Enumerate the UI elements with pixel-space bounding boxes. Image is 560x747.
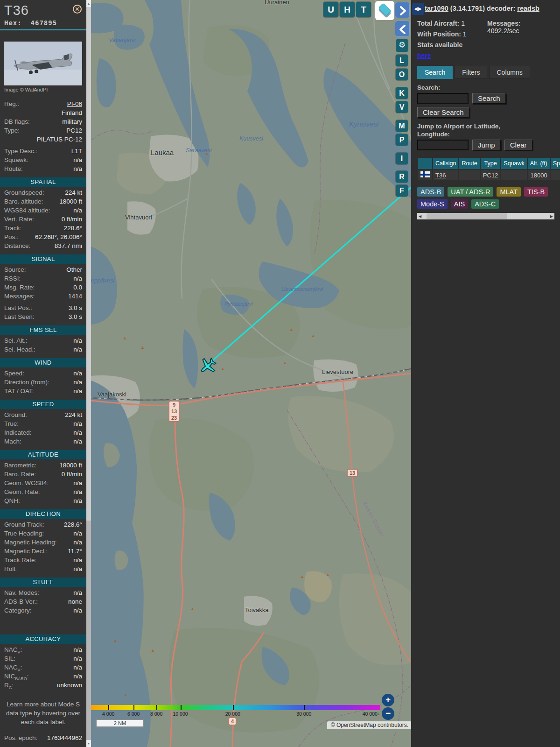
panel-collapse-button[interactable]: ◀▶: [412, 3, 424, 15]
layer-switcher-button[interactable]: [375, 1, 394, 20]
gear-icon: ⚙: [399, 41, 406, 49]
table-header-cell[interactable]: Spd.: [551, 158, 560, 169]
data-row: RC: unknown: [0, 682, 86, 691]
chevron-left-icon: [399, 24, 407, 35]
map-toggle-button[interactable]: T: [356, 2, 371, 17]
panel-tabs: SearchFiltersColumns: [417, 66, 554, 79]
panel-tab[interactable]: Filters: [455, 66, 487, 79]
scale-bar: 2 NM: [96, 719, 144, 727]
jump-clear-button[interactable]: Clear: [504, 140, 532, 150]
map-option-button[interactable]: F: [396, 185, 408, 197]
table-header-cell[interactable]: Squawk: [501, 158, 526, 169]
tar1090-link[interactable]: tar1090: [425, 5, 448, 12]
peak-icon: [300, 575, 304, 579]
section-fms-sel: FMS SEL Sel. Alt.: n/a Sel. Head.: n/a: [0, 325, 86, 355]
search-label: Search:: [417, 84, 554, 92]
section-accuracy: ACCURACY NACP: n/a SIL: n/a NACV:: [0, 634, 86, 691]
section-altitude: ALTITUDE Barometric: 18000 ft Baro. Rate…: [0, 450, 86, 506]
tar1090-app: T36 Hex: 467895 ✕ Image © WalAndPI: [0, 0, 560, 747]
data-row: Reg.: PI-06: [0, 100, 86, 109]
source-badge[interactable]: MLAT: [497, 187, 521, 197]
data-row: Groundspeed: 224 kt: [0, 189, 86, 198]
clear-search-button[interactable]: Clear Search: [417, 107, 469, 118]
data-row: WGS84 altitude: n/a: [0, 207, 86, 216]
scroll-left-icon[interactable]: ◀: [419, 213, 421, 219]
map-option-button[interactable]: M: [396, 120, 408, 132]
scroll-down-icon[interactable]: ▼: [86, 740, 91, 747]
data-row: RSSI: n/a: [0, 275, 86, 284]
table-header-cell[interactable]: Callsign: [433, 158, 458, 169]
section-signal: SIGNAL Source: Other RSSI: n/a Msg. Rate…: [0, 254, 86, 322]
data-row: SIL: n/a: [0, 655, 86, 664]
readsb-link[interactable]: readsb: [517, 5, 539, 12]
table-header-cell[interactable]: Type: [481, 158, 501, 169]
finland-flag-icon: [420, 171, 430, 177]
row-squawk: [501, 170, 526, 180]
zoom-in-button[interactable]: +: [382, 694, 394, 706]
map-letter-buttons: LOKVMPIRF: [396, 55, 408, 199]
table-header-cell[interactable]: Route: [459, 158, 479, 169]
row-route: [459, 170, 479, 180]
data-row: Track Rate: n/a: [0, 557, 86, 565]
jump-button[interactable]: Jump: [472, 140, 501, 150]
close-icon[interactable]: ✕: [73, 5, 82, 14]
stats-available-text: Stats available: [417, 41, 487, 49]
peak-icon: [151, 648, 155, 653]
table-horizontal-scrollbar[interactable]: ◀ ▶: [417, 213, 554, 219]
jump-label: Jump to Airport or Latitude, Longitude:: [417, 122, 525, 138]
scroll-up-icon[interactable]: ▲: [86, 0, 91, 7]
data-row: True Heading: n/a: [0, 530, 86, 539]
section-direction: DIRECTION Ground Track: 228.6° True Head…: [0, 509, 86, 574]
source-badge[interactable]: TIS-B: [524, 187, 548, 197]
source-badge[interactable]: ADS-C: [471, 199, 499, 209]
source-badge[interactable]: ADS-B: [417, 187, 444, 197]
search-input[interactable]: [417, 93, 469, 104]
scroll-right-icon[interactable]: ▶: [550, 213, 553, 219]
table-header-cell[interactable]: [418, 158, 432, 169]
expand-right-button[interactable]: [395, 2, 410, 18]
settings-button[interactable]: ⚙: [396, 39, 408, 52]
source-badge[interactable]: Mode-S: [417, 199, 448, 209]
table-header-cell[interactable]: Alt. (ft): [528, 158, 550, 169]
map-option-button[interactable]: V: [396, 101, 408, 113]
search-button[interactable]: Search: [472, 93, 506, 104]
source-badge[interactable]: UAT / ADS-R: [448, 187, 493, 197]
sidebar-scrollbar[interactable]: ▲ ▼: [86, 0, 91, 747]
data-row: Type: PC12: [0, 127, 86, 136]
map-option-button[interactable]: K: [396, 87, 408, 99]
panel-tab[interactable]: Search: [417, 66, 453, 79]
data-row: Category: n/a: [0, 607, 86, 616]
divider: [0, 29, 86, 30]
data-row: NICBARO: n/a: [0, 673, 86, 682]
jump-input[interactable]: [417, 140, 469, 150]
map-option-button[interactable]: L: [396, 55, 408, 66]
collapse-left-button[interactable]: [395, 21, 410, 37]
messages-rate: Messages:4092.2/sec: [487, 20, 521, 35]
aircraft-list-panel: ◀▶ tar1090 (3.14.1791) decoder: readsb T…: [411, 0, 560, 747]
map-option-button[interactable]: P: [396, 134, 408, 146]
data-row: Baro. Rate: 0 ft/min: [0, 471, 86, 479]
scrollbar-thumb[interactable]: [86, 7, 91, 521]
app-version-header: tar1090 (3.14.1791) decoder: readsb: [417, 5, 554, 12]
chevron-right-icon: [399, 5, 407, 16]
h-scrollbar-thumb[interactable]: [427, 213, 507, 219]
aircraft-info-rows: Reg.: PI-06 Finland DB flags: military T…: [0, 100, 86, 174]
data-row: Baro. altitude: 18000 ft: [0, 198, 86, 207]
data-row: Source: Other: [0, 266, 86, 275]
data-row: True: n/a: [0, 420, 86, 429]
table-header-row: CallsignRouteTypeSquawkAlt. (ft)Spd.: [418, 158, 560, 169]
table-row[interactable]: T36 PC12 18000: [418, 170, 560, 180]
map-option-button[interactable]: I: [396, 153, 408, 164]
map-option-button[interactable]: O: [396, 69, 408, 80]
map-toggle-button[interactable]: U: [323, 2, 338, 17]
stats-here-link[interactable]: here: [417, 52, 431, 59]
map-canvas[interactable]: UurainenVatianjärviLaukaaSaraavesiKuusve…: [91, 0, 411, 747]
peak-icon: [123, 336, 127, 340]
panel-tab[interactable]: Columns: [489, 66, 530, 79]
map-toggle-button[interactable]: H: [340, 2, 355, 17]
map-option-button[interactable]: R: [396, 171, 408, 183]
row-callsign[interactable]: T36: [433, 170, 458, 180]
data-row: ADS-B Ver.: none: [0, 598, 86, 607]
source-badge[interactable]: AIS: [451, 199, 468, 209]
zoom-out-button[interactable]: −: [382, 707, 394, 720]
